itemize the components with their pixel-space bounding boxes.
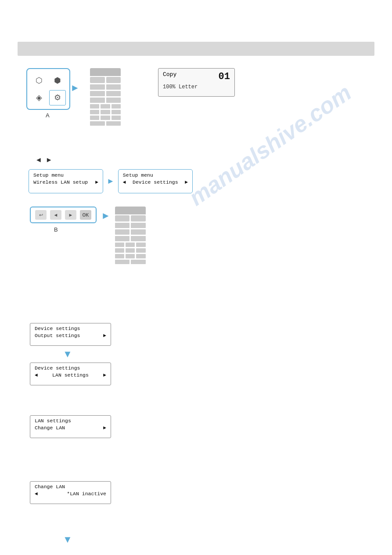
pk3c3: [111, 104, 121, 109]
pk3c7: [90, 116, 99, 120]
lan-right-arrow: ►: [103, 372, 106, 378]
p2k6: [131, 236, 146, 241]
printer2-top-bar: [115, 207, 146, 214]
p2k3c1: [115, 243, 124, 247]
output-settings-label: Output settings: [35, 333, 80, 338]
lan-inactive-box: Change LAN ◄ *LAN inactive: [30, 481, 111, 504]
nav-to-printer-arrow: ►: [101, 210, 111, 221]
pk5: [90, 98, 105, 103]
lan-inactive-label: *LAN inactive: [67, 491, 106, 497]
pkb2: [106, 121, 121, 126]
pk3c8: [101, 116, 110, 120]
printer-keypad-2col: [90, 84, 121, 103]
device-right-arrow: ►: [185, 179, 188, 185]
printer-keypad-3col: [90, 104, 121, 120]
button-panel-a: ⬡ ⬢ ◈ ⚙ A: [26, 68, 70, 110]
lan-settings-box: Device settings ◄ LAN settings ►: [30, 363, 111, 385]
printer2-buttons-row: [115, 215, 146, 221]
pk6: [106, 98, 121, 103]
pk3c6: [111, 110, 121, 114]
nav-arrows-row: ◄ ►: [35, 156, 53, 164]
p2k3c2: [126, 243, 135, 247]
section2: ↩ ◄ ► OK B ►: [30, 207, 148, 277]
p2k3c9: [136, 254, 145, 258]
menu-box-wireless-title: Setup menu: [33, 172, 98, 178]
change-lan-label: Change LAN: [35, 425, 65, 431]
final-down-arrow: ▼: [63, 534, 72, 545]
device-settings-section: Device settings Output settings ► ▼ Devi…: [30, 323, 111, 385]
printer-buttons-row: [90, 77, 121, 83]
pk2: [106, 84, 121, 90]
output-settings-box: Device settings Output settings ►: [30, 323, 111, 346]
lan-section: LAN settings Change LAN ►: [30, 415, 111, 438]
pk3c1: [90, 104, 99, 109]
pk3: [90, 91, 105, 96]
p2k3: [115, 229, 130, 235]
p2k3c3: [136, 243, 145, 247]
top-bar: [18, 42, 374, 56]
menu-box-wireless: Setup menu Wireless LAN setup ►: [29, 169, 103, 193]
nav-buttons-wrapper: ↩ ◄ ► OK B: [30, 207, 97, 223]
change-lan-title: LAN settings: [35, 418, 106, 424]
lan-left-arrow: ◄: [35, 372, 38, 378]
lan-settings-title: Device settings: [35, 365, 106, 371]
nav-left-btn[interactable]: ◄: [50, 210, 61, 220]
printer-device-1: [88, 68, 123, 138]
pk3c2: [101, 104, 110, 109]
copy-display: Copy 01 100% Letter: [158, 68, 235, 97]
arrow-panel-to-printer: ►: [70, 83, 88, 92]
menu-box-device: Setup menu ◄ Device settings ►: [118, 169, 193, 193]
p2k3c7: [115, 254, 124, 258]
pk3c9: [111, 116, 121, 120]
nav-ok-btn[interactable]: OK: [80, 210, 91, 220]
icon-copy: ⬡: [31, 73, 47, 88]
p2k2: [131, 223, 146, 228]
lan-settings-sub: ◄ LAN settings ►: [35, 372, 106, 378]
p2k3c4: [115, 248, 124, 253]
p2k5: [115, 236, 130, 241]
menu-box-device-sub: ◄ Device settings ►: [123, 179, 188, 185]
pkb1: [90, 121, 105, 126]
p2k3c5: [126, 248, 135, 253]
change-lan-settings-box: LAN settings Change LAN ►: [30, 415, 111, 438]
p2k3c8: [126, 254, 135, 258]
printer2-btn-1: [115, 215, 130, 221]
device-left-arrow: ◄: [123, 179, 126, 185]
menu-box-device-title: Setup menu: [123, 172, 188, 178]
output-settings-arrow: ►: [103, 333, 106, 338]
wireless-lan-label: Wireless LAN setup: [33, 179, 88, 185]
pk3c5: [101, 110, 110, 114]
copy-size: 100% Letter: [163, 84, 198, 90]
lan-inactive-sub: ◄ *LAN inactive: [35, 491, 106, 497]
change-lan-sub: Change LAN ►: [35, 425, 106, 431]
printer2-bottom-keys: [115, 260, 146, 264]
nav-left-arrow: ◄: [35, 156, 42, 164]
section1: ⬡ ⬢ ◈ ⚙ A ►: [26, 68, 123, 138]
icon-scan: ⬢: [49, 73, 66, 88]
printer-btn-2: [106, 77, 121, 83]
copy-label: Copy: [163, 71, 176, 82]
printer2-btn-2: [131, 215, 146, 221]
output-settings-title: Device settings: [35, 326, 106, 331]
printer2-keypad-2col: [115, 223, 146, 241]
p2k1: [115, 223, 130, 228]
device-settings-label: Device settings: [133, 179, 178, 185]
nav-right-btn[interactable]: ►: [65, 210, 76, 220]
pk3c4: [90, 110, 99, 114]
wireless-lan-arrow: ►: [95, 179, 98, 185]
watermark: manualshive.com: [184, 79, 356, 210]
p2kb2: [131, 260, 146, 264]
icon-settings-highlighted: ⚙: [49, 90, 66, 106]
p2kb1: [115, 260, 130, 264]
output-settings-sub: Output settings ►: [35, 333, 106, 338]
p2k4: [131, 229, 146, 235]
printer-top-bar: [90, 68, 121, 76]
printer-bottom-keys: [90, 121, 121, 126]
change-lan-arrow: ►: [103, 425, 106, 431]
panel-b-label: B: [54, 226, 58, 233]
printer-btn-1: [90, 77, 105, 83]
printer2-keypad-3col: [115, 243, 146, 258]
lan-settings-label: LAN settings: [52, 372, 89, 378]
nav-back-btn[interactable]: ↩: [35, 210, 47, 220]
pk1: [90, 84, 105, 90]
